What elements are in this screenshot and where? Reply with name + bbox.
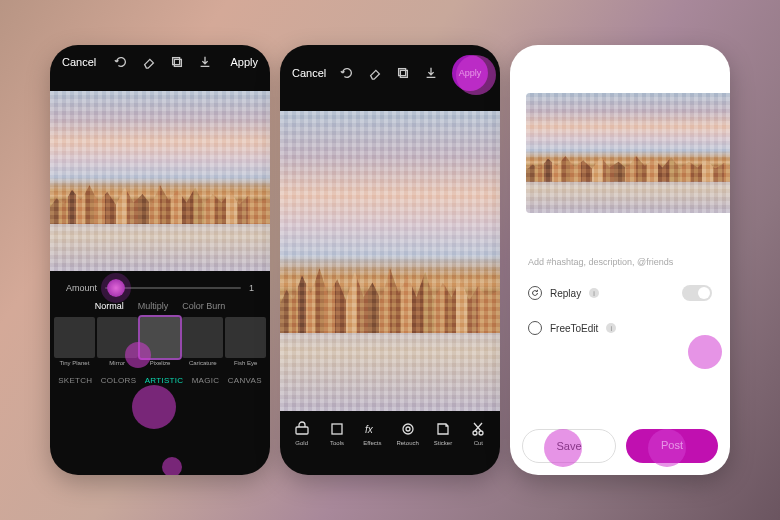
info-icon[interactable]: i (606, 323, 616, 333)
tool-retouch[interactable]: Retouch (394, 421, 422, 446)
post-button[interactable]: Post (626, 429, 718, 463)
bottom-toolbar: Gold Tools fxEffects Retouch Sticker Cut (280, 411, 500, 458)
description-input[interactable]: Add #hashtag, description, @friends (510, 221, 730, 275)
svg-rect-2 (399, 69, 406, 76)
image-preview[interactable] (526, 93, 730, 213)
effect-tinyplanet[interactable]: Tiny Planet (54, 317, 95, 368)
blend-colorburn[interactable]: Color Burn (182, 301, 225, 311)
cat-colors[interactable]: COLORS (101, 376, 137, 385)
effect-mirror[interactable]: Mirror (97, 317, 138, 368)
cat-artistic[interactable]: ARTISTIC (145, 376, 184, 385)
category-tabs: SKETCH COLORS ARTISTIC MAGIC CANVAS (50, 368, 270, 393)
phone-screen-post: Add #hashtag, description, @friends Repl… (510, 45, 730, 475)
cancel-button[interactable]: Cancel (62, 56, 96, 68)
tool-tools[interactable]: Tools (323, 421, 351, 446)
effect-caricature[interactable]: Caricature (182, 317, 223, 368)
slider-knob[interactable] (107, 279, 125, 297)
effect-thumbnails: Tiny Planet Mirror Pixelize Caricature F… (50, 317, 270, 368)
blend-multiply[interactable]: Multiply (138, 301, 169, 311)
svg-point-10 (479, 431, 483, 435)
freetoedit-row: FreeToEdit i (510, 311, 730, 345)
tool-sticker[interactable]: Sticker (429, 421, 457, 446)
svg-rect-4 (296, 427, 308, 434)
amount-slider-row: Amount 1 (50, 271, 270, 297)
eraser-icon[interactable] (142, 55, 156, 69)
image-canvas[interactable] (280, 111, 500, 411)
undo-icon[interactable] (114, 55, 128, 69)
tool-icons (340, 66, 438, 80)
tool-icons (114, 55, 212, 69)
replay-label: Replay (550, 288, 581, 299)
cat-magic[interactable]: MAGIC (192, 376, 220, 385)
replay-row: Replay i (510, 275, 730, 311)
radio-icon[interactable] (528, 321, 542, 335)
tool-cut[interactable]: Cut (464, 421, 492, 446)
svg-rect-1 (175, 59, 182, 66)
slider-label: Amount (66, 283, 97, 293)
apply-button[interactable]: Apply (452, 55, 488, 91)
apply-button[interactable]: Apply (230, 56, 258, 68)
effect-fisheye[interactable]: Fish Eye (225, 317, 266, 368)
cat-sketch[interactable]: SKETCH (58, 376, 92, 385)
download-icon[interactable] (198, 55, 212, 69)
replay-toggle[interactable] (682, 285, 712, 301)
cancel-button[interactable]: Cancel (292, 67, 326, 79)
topbar: Cancel Apply (50, 45, 270, 75)
highlight-circle (162, 457, 182, 475)
layers-icon[interactable] (396, 66, 410, 80)
svg-rect-5 (332, 424, 342, 434)
blend-mode-tabs: Normal Multiply Color Burn (50, 297, 270, 317)
cat-canvas[interactable]: CANVAS (228, 376, 262, 385)
freetoedit-label: FreeToEdit (550, 323, 598, 334)
blend-normal[interactable]: Normal (95, 301, 124, 311)
phone-screen-tools: Cancel Apply Gold Tools fxEffects Retouc… (280, 45, 500, 475)
svg-text:fx: fx (365, 424, 374, 435)
eraser-icon[interactable] (368, 66, 382, 80)
svg-point-8 (406, 427, 410, 431)
action-buttons: Save Post (522, 429, 718, 463)
effect-pixelize[interactable]: Pixelize (140, 317, 181, 368)
replay-icon (528, 286, 542, 300)
download-icon[interactable] (424, 66, 438, 80)
slider-value: 1 (249, 283, 254, 293)
save-button[interactable]: Save (522, 429, 616, 463)
svg-point-7 (403, 424, 413, 434)
svg-rect-3 (401, 70, 408, 77)
phone-screen-effects: Cancel Apply Amount 1 Normal Multiply Co… (50, 45, 270, 475)
svg-rect-0 (173, 58, 180, 65)
image-canvas[interactable] (50, 91, 270, 271)
undo-icon[interactable] (340, 66, 354, 80)
topbar: Cancel Apply (280, 45, 500, 97)
info-icon[interactable]: i (589, 288, 599, 298)
amount-slider[interactable] (105, 287, 241, 289)
tool-effects[interactable]: fxEffects (358, 421, 386, 446)
svg-point-9 (473, 431, 477, 435)
layers-icon[interactable] (170, 55, 184, 69)
tool-gold[interactable]: Gold (288, 421, 316, 446)
